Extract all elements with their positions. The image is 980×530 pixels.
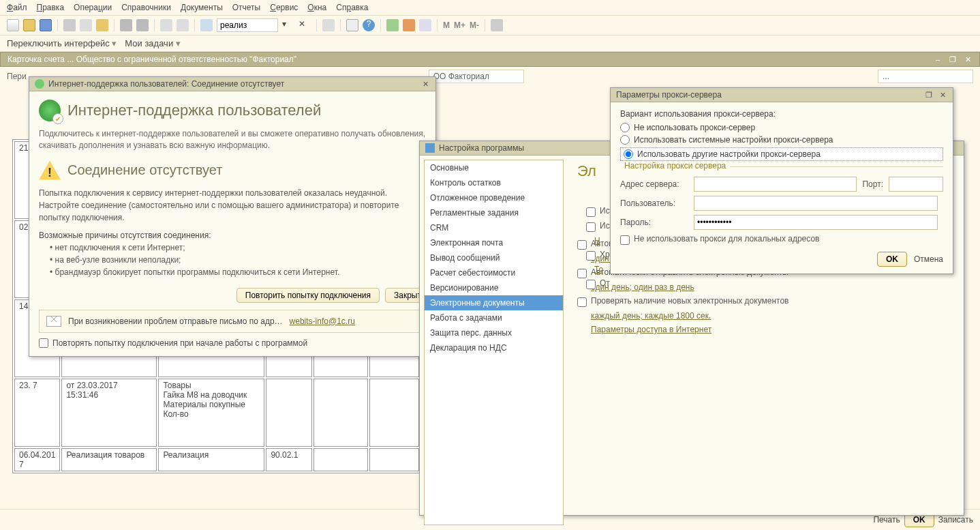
search-next-icon[interactable]: ▾	[282, 19, 294, 31]
fieldset-label: Настройка прокси сервера	[620, 161, 730, 171]
checkbox-input[interactable]	[39, 338, 48, 348]
radio-custom-proxy[interactable]: Использовать другие настройки прокси-сер…	[620, 147, 943, 161]
wrench-icon[interactable]	[491, 19, 503, 31]
isup-intro: Подключитесь к интернет-поддержке пользо…	[39, 128, 426, 151]
menu-reports[interactable]: Отчеты	[232, 3, 260, 12]
redo-icon[interactable]	[177, 19, 189, 31]
maximize-icon[interactable]: ❐	[924, 90, 934, 100]
radio-no-proxy[interactable]: Не использовать прокси-сервер	[620, 123, 943, 132]
settings-nav-item[interactable]: Версионирование	[425, 280, 563, 295]
window-icon	[35, 79, 44, 89]
mail-panel: При возникновении проблем отправьте пись…	[39, 310, 426, 333]
link-icon[interactable]	[322, 19, 335, 31]
mail-link[interactable]: webits-info@1c.ru	[290, 316, 355, 326]
extra-field[interactable]: ...	[878, 70, 973, 83]
table-row[interactable]: 06.04.201 7Реализация товаровРеализация9…	[14, 448, 419, 471]
chk-no-local-proxy[interactable]: Не использовать прокси для локальных адр…	[620, 234, 943, 245]
isup-header: Интернет-поддержка пользователей	[39, 100, 426, 121]
ok-button[interactable]: OK	[877, 252, 907, 267]
save-icon[interactable]	[40, 19, 52, 31]
settings-nav-item[interactable]: Электронные документы	[425, 295, 563, 310]
settings-nav-item[interactable]: Электронная почта	[425, 235, 563, 250]
schedule-link-3[interactable]: каждый день; каждые 1800 сек.	[591, 311, 711, 321]
settings-nav-item[interactable]: Защита перс. данных	[425, 325, 563, 340]
menu-windows[interactable]: Окна	[307, 3, 326, 12]
proxy-window: Параметры прокси-сервера ❐ ✕ Вариант исп…	[610, 87, 953, 274]
settings-nav-item[interactable]: Основные	[425, 160, 563, 175]
minimize-icon[interactable]: –	[933, 55, 943, 64]
search-clear-icon[interactable]: ✕	[298, 19, 311, 31]
memory-m[interactable]: M	[443, 20, 450, 30]
settings-nav-item[interactable]: CRM	[425, 220, 563, 235]
help-icon[interactable]: ?	[363, 19, 375, 31]
interface-switcher: Переключить интерфейс Мои задачи	[0, 35, 980, 52]
print-icon[interactable]	[120, 19, 132, 31]
copy-icon[interactable]	[80, 19, 92, 31]
settings-nav-item[interactable]: Контроль остатков	[425, 175, 563, 190]
mail-text: При возникновении проблем отправьте пись…	[68, 316, 283, 326]
reason-item: брандмауэр блокирует попытки программы п…	[50, 266, 426, 278]
window-title: Параметры прокси-сервера	[616, 90, 722, 100]
main-menubar: Файл Правка Операции Справочники Докумен…	[0, 0, 980, 16]
menu-operations[interactable]: Операции	[74, 3, 112, 12]
user-input[interactable]	[694, 196, 938, 211]
calendar-icon[interactable]	[403, 19, 415, 31]
menu-refs[interactable]: Справочники	[121, 3, 171, 12]
reasons-title: Возможные причины отсутствия соединения:	[39, 231, 426, 240]
settings-nav-item[interactable]: Вывод сообщений	[425, 250, 563, 265]
close-icon[interactable]: ✕	[963, 55, 973, 64]
paste-icon[interactable]	[96, 19, 108, 31]
retry-on-start-checkbox[interactable]: Повторять попытку подключения при начале…	[39, 338, 426, 348]
cancel-link[interactable]: Отмена	[914, 254, 943, 264]
table-icon[interactable]	[346, 19, 358, 31]
window-title: Настройка программы	[439, 143, 524, 153]
radio-system-proxy[interactable]: Использовать системные настройки прокси-…	[620, 135, 943, 145]
main-toolbar: ▾ ✕ ? M M+ M-	[0, 16, 980, 35]
internet-params-link[interactable]: Параметры доступа в Интернет	[591, 325, 711, 334]
warning-title: Соединение отсутствует	[67, 162, 222, 178]
chk-check-new[interactable]: Проверять наличие новых электронных доку…	[577, 296, 954, 307]
close-icon[interactable]: ✕	[938, 90, 947, 100]
switch-interface[interactable]: Переключить интерфейс	[7, 38, 117, 48]
retry-button[interactable]: Повторить попытку подключения	[236, 288, 380, 303]
isup-heading: Интернет-поддержка пользователей	[67, 102, 321, 119]
window-title: Интернет-поддержка пользователей: Соедин…	[48, 79, 284, 89]
settings-nav-item[interactable]: Отложенное проведение	[425, 190, 563, 205]
preview-icon[interactable]	[136, 19, 149, 31]
port-input[interactable]	[889, 177, 943, 192]
users-icon[interactable]	[419, 19, 431, 31]
calc-icon[interactable]	[386, 19, 399, 31]
settings-nav-item[interactable]: Работа с задачами	[425, 310, 563, 325]
table-row[interactable]: 23. 7от 23.03.2017 15:31:46Товары Гайка …	[14, 379, 419, 447]
settings-nav-item[interactable]: Декларация по НДС	[425, 340, 563, 355]
isup-fail-text: Попытка подключения к сервису интернет-п…	[39, 187, 426, 224]
addr-input[interactable]	[694, 177, 857, 192]
proxy-group-title: Вариант использования прокси-сервера:	[620, 109, 943, 119]
cut-icon[interactable]	[63, 19, 76, 31]
settings-nav-item[interactable]: Расчет себестоимости	[425, 265, 563, 280]
memory-mminus[interactable]: M-	[470, 20, 479, 30]
org-field[interactable]: ОО Факториал	[429, 70, 524, 83]
maximize-icon[interactable]: ❐	[948, 55, 958, 64]
settings-icon	[425, 143, 435, 153]
close-icon[interactable]: ✕	[420, 79, 430, 89]
menu-file[interactable]: Файл	[7, 3, 27, 12]
search-input[interactable]	[217, 18, 278, 32]
reason-item: на веб-узле возникли неполадки;	[50, 254, 426, 266]
internet-support-window: Интернет-поддержка пользователей: Соедин…	[29, 76, 436, 357]
pass-input[interactable]	[694, 215, 938, 230]
memory-mplus[interactable]: M+	[454, 20, 465, 30]
reasons-list: нет подключения к сети Интернет; на веб-…	[39, 241, 426, 278]
new-icon[interactable]	[7, 19, 19, 31]
partial-checks: Ис Ис Н Хр То От	[586, 202, 613, 293]
open-icon[interactable]	[23, 19, 35, 31]
menu-service[interactable]: Сервис	[270, 3, 298, 12]
search-icon[interactable]	[200, 19, 213, 31]
my-tasks[interactable]: Мои задачи	[125, 38, 180, 48]
settings-nav-item[interactable]: Регламентные задания	[425, 205, 563, 220]
menu-help[interactable]: Справка	[336, 3, 368, 12]
menu-edit[interactable]: Правка	[37, 3, 65, 12]
menu-docs[interactable]: Документы	[181, 3, 223, 12]
undo-icon[interactable]	[160, 19, 172, 31]
warning-icon: !	[39, 161, 61, 180]
